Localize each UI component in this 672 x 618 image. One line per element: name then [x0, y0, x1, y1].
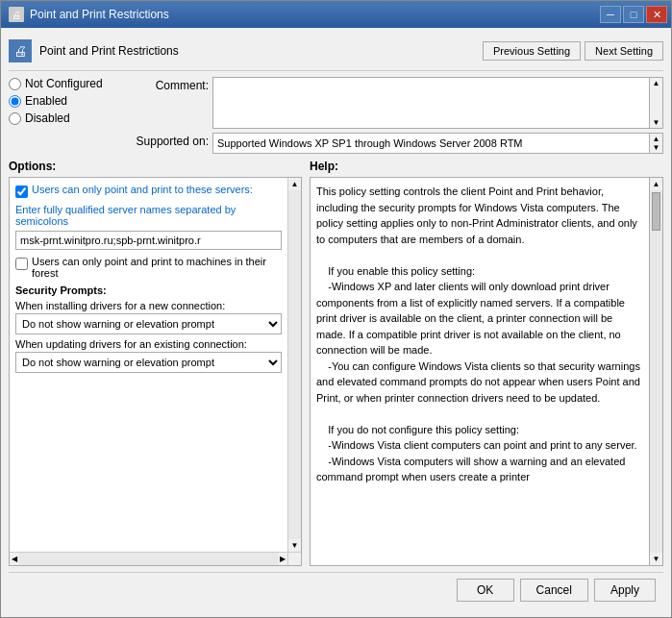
options-help: Options: Users can only point and print … [9, 160, 663, 566]
header-icon: 🖨 [9, 39, 32, 62]
options-hscroll: ◀ ▶ [10, 552, 287, 565]
title-bar-controls: ─ □ ✕ [600, 6, 667, 23]
comment-scroll-down-icon[interactable]: ▼ [653, 118, 660, 127]
new-connection-label: When installing drivers for a new connec… [15, 300, 282, 311]
form-section: Not Configured Enabled Disabled Comment: [9, 77, 663, 154]
checkbox2-label: Users can only point and print to machin… [32, 256, 282, 279]
header-title: Point and Print Restrictions [39, 44, 179, 58]
comment-support: Comment: ▲ ▼ Supported on: ▲ [132, 77, 663, 154]
security-title: Security Prompts: [15, 284, 282, 296]
new-connection-row: When installing drivers for a new connec… [15, 300, 282, 334]
server-input[interactable] [15, 231, 282, 250]
options-hscroll-right-icon[interactable]: ▶ [278, 553, 287, 565]
supported-on-input[interactable] [212, 133, 650, 154]
server-hint: Enter fully qualified server names separ… [15, 204, 282, 227]
options-content: Users can only point and print to these … [9, 177, 302, 566]
options-title: Options: [9, 160, 302, 173]
options-scroll-down-icon[interactable]: ▼ [288, 539, 301, 552]
header-section: 🖨 Point and Print Restrictions Previous … [9, 36, 663, 71]
window-title: Point and Print Restrictions [30, 8, 169, 21]
checkbox1-input[interactable] [15, 185, 28, 198]
options-scroll-up-icon[interactable]: ▲ [288, 178, 301, 190]
support-scroll-down-icon[interactable]: ▼ [653, 143, 660, 152]
support-scroll-up-icon[interactable]: ▲ [653, 135, 660, 143]
apply-button[interactable]: Apply [594, 579, 656, 602]
help-scroll-down-icon[interactable]: ▼ [650, 553, 662, 565]
close-button[interactable]: ✕ [646, 6, 667, 23]
content-area: 🖨 Point and Print Restrictions Previous … [1, 28, 671, 617]
checkbox1-label: Users can only point and print to these … [32, 184, 253, 195]
checkbox1-row: Users can only point and print to these … [15, 184, 282, 198]
checkbox2-row: Users can only point and print to machin… [15, 256, 282, 279]
window-icon: 🖨 [9, 7, 24, 22]
help-scrollbar: ▲ ▼ [649, 178, 662, 565]
ok-button[interactable]: OK [457, 579, 514, 602]
radio-enabled[interactable]: Enabled [9, 94, 124, 108]
radio-disabled[interactable]: Disabled [9, 111, 124, 125]
maximize-button[interactable]: □ [623, 6, 644, 23]
supported-on-label: Supported on: [132, 133, 209, 148]
cancel-button[interactable]: Cancel [520, 579, 588, 602]
help-panel: Help: This policy setting controls the c… [310, 160, 663, 566]
radio-disabled-input[interactable] [9, 112, 21, 125]
help-text: This policy setting controls the client … [311, 178, 649, 565]
radio-disabled-label: Disabled [25, 111, 70, 125]
prev-setting-button[interactable]: Previous Setting [483, 41, 581, 61]
help-scroll-up-icon[interactable]: ▲ [650, 178, 662, 190]
supported-on-row: Supported on: ▲ ▼ [132, 133, 663, 154]
radio-group: Not Configured Enabled Disabled [9, 77, 124, 154]
comment-scroll-up-icon[interactable]: ▲ [653, 79, 660, 87]
nav-buttons: Previous Setting Next Setting [483, 41, 663, 61]
radio-not-configured[interactable]: Not Configured [9, 77, 124, 90]
existing-connection-label: When updating drivers for an existing co… [15, 338, 282, 350]
options-hscroll-left-icon[interactable]: ◀ [10, 553, 19, 565]
radio-not-configured-input[interactable] [9, 78, 21, 90]
comment-row: Comment: ▲ ▼ [132, 77, 663, 129]
radio-enabled-input[interactable] [9, 95, 21, 108]
existing-connection-row: When updating drivers for an existing co… [15, 338, 282, 373]
options-inner: Users can only point and print to these … [10, 178, 287, 552]
main-window: 🖨 Point and Print Restrictions ─ □ ✕ 🖨 P… [0, 0, 672, 618]
help-scroll-track [650, 190, 662, 553]
radio-enabled-label: Enabled [25, 94, 67, 108]
scroll-corner [287, 552, 301, 565]
options-panel: Options: Users can only point and print … [9, 160, 302, 566]
comment-label: Comment: [132, 77, 209, 92]
minimize-button[interactable]: ─ [600, 6, 621, 23]
help-title: Help: [310, 160, 663, 173]
help-scroll-thumb[interactable] [652, 192, 660, 231]
checkbox2-input[interactable] [15, 258, 28, 270]
comment-textarea[interactable] [212, 77, 650, 129]
radio-not-configured-label: Not Configured [25, 77, 103, 90]
options-vscroll: ▲ ▼ [287, 178, 301, 552]
next-setting-button[interactable]: Next Setting [585, 41, 663, 61]
new-connection-select[interactable]: Do not show warning or elevation prompt … [15, 313, 282, 334]
help-content: This policy setting controls the client … [310, 177, 663, 566]
title-bar: 🖨 Point and Print Restrictions ─ □ ✕ [1, 1, 671, 28]
bottom-bar: OK Cancel Apply [9, 572, 663, 609]
title-bar-left: 🖨 Point and Print Restrictions [9, 7, 169, 22]
existing-connection-select[interactable]: Do not show warning or elevation prompt … [15, 352, 282, 373]
